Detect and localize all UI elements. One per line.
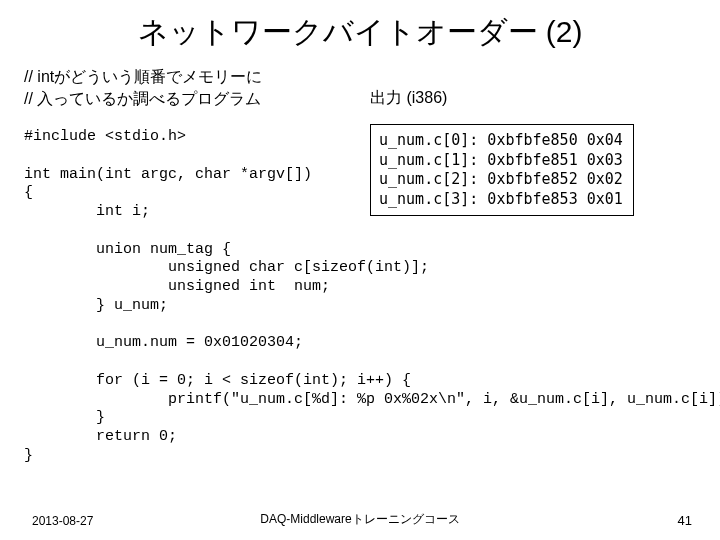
comment-line-1: // intがどういう順番でメモリーに (24, 66, 262, 88)
page-number: 41 (678, 513, 692, 528)
source-code: #include <stdio.h> int main(int argc, ch… (24, 128, 720, 466)
output-label: 出力 (i386) (370, 88, 447, 109)
code-comment: // intがどういう順番でメモリーに // 入っているか調べるプログラム (24, 66, 262, 109)
slide-title: ネットワークバイトオーダー (2) (0, 0, 720, 53)
footer-course: DAQ-Middlewareトレーニングコース (0, 511, 720, 528)
comment-line-2: // 入っているか調べるプログラム (24, 88, 262, 110)
